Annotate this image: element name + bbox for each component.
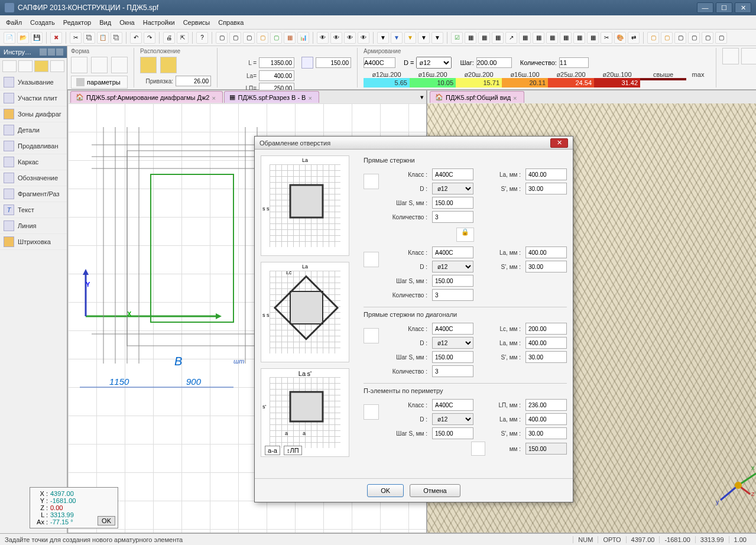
- tb-filter3[interactable]: ▼: [404, 32, 416, 44]
- mode-icon-4[interactable]: [50, 60, 64, 72]
- sec3-mm[interactable]: [525, 443, 567, 455]
- arm-shag[interactable]: [476, 57, 512, 68]
- menu-create[interactable]: Создать: [30, 19, 55, 26]
- menu-settings[interactable]: Настройки: [143, 19, 175, 26]
- raspol-btn-2[interactable]: [160, 57, 177, 73]
- tb-cut[interactable]: ✂: [70, 32, 82, 44]
- menu-services[interactable]: Сервисы: [183, 19, 210, 26]
- tb-eye3[interactable]: 👁: [344, 32, 356, 44]
- tb-clone[interactable]: ⿻: [111, 32, 122, 44]
- lock-button[interactable]: 🔒: [456, 228, 474, 242]
- panel-pin-icon[interactable]: [48, 48, 55, 56]
- tb-layout3[interactable]: ▦: [492, 32, 504, 44]
- tool-text[interactable]: TТекст: [0, 202, 67, 218]
- tb-grid3[interactable]: ▦: [546, 32, 558, 44]
- sec3-La[interactable]: [525, 413, 567, 425]
- forma-btn-2[interactable]: [91, 57, 108, 73]
- tb-layout2[interactable]: ▦: [478, 32, 490, 44]
- tb-paste[interactable]: 📋: [97, 32, 109, 44]
- tb-win3[interactable]: ▢: [674, 32, 686, 44]
- minimize-button[interactable]: —: [697, 2, 713, 13]
- close-button[interactable]: ✕: [735, 2, 751, 13]
- tb-delete[interactable]: ✖: [50, 32, 62, 44]
- tb-copy[interactable]: ⿻: [83, 32, 95, 44]
- menu-editor[interactable]: Редактор: [63, 19, 91, 26]
- mode-icon-1[interactable]: [2, 60, 17, 72]
- action-btn-1[interactable]: [722, 48, 739, 64]
- tb-arrow[interactable]: ↗: [505, 32, 517, 44]
- sec1b-La[interactable]: [525, 246, 567, 258]
- tool-frame[interactable]: Каркас: [0, 154, 67, 170]
- arm-kol[interactable]: [559, 57, 589, 68]
- action-btn-2[interactable]: [741, 48, 756, 64]
- sec1-La[interactable]: [525, 168, 567, 180]
- tb-win5[interactable]: ▢: [702, 32, 713, 44]
- tool-hatch[interactable]: Штриховка: [0, 234, 67, 250]
- tb-filter5[interactable]: ▼: [431, 32, 443, 44]
- sec3-extra-icon[interactable]: [471, 442, 485, 456]
- tb-box2[interactable]: ▢: [229, 32, 241, 44]
- tb-win6[interactable]: ▢: [715, 32, 727, 44]
- menu-windows[interactable]: Окна: [119, 19, 135, 26]
- tabs-dropdown-icon[interactable]: ▾: [420, 93, 424, 101]
- sec2-S[interactable]: [525, 351, 567, 363]
- tb-export[interactable]: ⇱: [177, 32, 189, 44]
- close-icon[interactable]: ×: [513, 95, 519, 100]
- sec3-S[interactable]: [525, 427, 567, 439]
- parameters-button[interactable]: параметры: [71, 76, 128, 89]
- sec2-Lc[interactable]: [525, 323, 567, 335]
- L-input[interactable]: [259, 57, 294, 68]
- tb-box1[interactable]: ▢: [216, 32, 228, 44]
- tb-filter2[interactable]: ▼: [391, 32, 403, 44]
- panel-close-icon[interactable]: [56, 48, 63, 56]
- close-icon[interactable]: ×: [212, 95, 218, 100]
- tool-fragment[interactable]: Фрагмент/Раз: [0, 186, 67, 202]
- arm-D-select[interactable]: ø12: [416, 57, 452, 69]
- dialog-titlebar[interactable]: Обрамление отверстия ✕: [255, 137, 573, 150]
- tb-box5[interactable]: ▢: [270, 32, 282, 44]
- maximize-button[interactable]: ☐: [716, 2, 732, 13]
- forma-btn-1[interactable]: [71, 57, 87, 73]
- tb-save[interactable]: 💾: [31, 32, 43, 44]
- tb-eye2[interactable]: 👁: [330, 32, 342, 44]
- tb-wall[interactable]: ▦: [284, 32, 296, 44]
- tab-arm-diaphragm[interactable]: 🏠 ПДЖ5.spf:Армирование диафрагмы Дж2 ×: [70, 91, 223, 103]
- mode-icon-3[interactable]: [34, 60, 48, 72]
- dialog-close-button[interactable]: ✕: [550, 138, 568, 148]
- sec2-La[interactable]: [525, 337, 567, 349]
- tb-swap[interactable]: ⇄: [628, 32, 640, 44]
- coord-ok-button[interactable]: OK: [98, 516, 115, 525]
- tab-razrez[interactable]: ▦ ПДЖ5.spf:Разрез В - В ×: [224, 91, 319, 103]
- arm-class[interactable]: [364, 57, 395, 68]
- tb-eye1[interactable]: 👁: [317, 32, 329, 44]
- tb-win2[interactable]: ▢: [661, 32, 673, 44]
- tool-notation[interactable]: Обозначение: [0, 170, 67, 186]
- menu-file[interactable]: Файл: [6, 19, 22, 26]
- dialog-cancel-button[interactable]: Отмена: [410, 484, 460, 497]
- arrow-input[interactable]: [316, 57, 351, 68]
- dialog-ok-button[interactable]: OK: [367, 484, 404, 497]
- close-icon[interactable]: ×: [308, 95, 314, 100]
- menu-view[interactable]: Вид: [99, 19, 111, 26]
- mode-icon-2[interactable]: [18, 60, 33, 72]
- tb-layout1[interactable]: ▦: [465, 32, 476, 44]
- tb-check[interactable]: ☑: [451, 32, 463, 44]
- tb-grid1[interactable]: ▦: [519, 32, 531, 44]
- status-num[interactable]: NUM: [573, 536, 598, 543]
- tool-slab-areas[interactable]: Участки плит: [0, 90, 67, 106]
- tb-help[interactable]: ?: [196, 32, 208, 44]
- tb-grid4[interactable]: ▦: [560, 32, 572, 44]
- sec3-LP[interactable]: [525, 399, 567, 411]
- tool-details[interactable]: Детали: [0, 122, 67, 138]
- sec1b-S[interactable]: [525, 261, 567, 272]
- tb-print[interactable]: 🖨: [163, 32, 175, 44]
- sec2-kol[interactable]: [432, 365, 473, 377]
- tb-palette[interactable]: 🎨: [614, 32, 626, 44]
- tb-filter1[interactable]: ▼: [377, 32, 389, 44]
- forma-btn-3[interactable]: [111, 57, 128, 73]
- tool-punching[interactable]: Продавливан: [0, 138, 67, 154]
- tb-eye4[interactable]: 👁: [358, 32, 369, 44]
- tool-diaphragm-zones[interactable]: Зоны диафраг: [0, 106, 67, 122]
- sec1-icon-vert[interactable]: [364, 252, 379, 267]
- tb-scissors[interactable]: ✂: [601, 32, 612, 44]
